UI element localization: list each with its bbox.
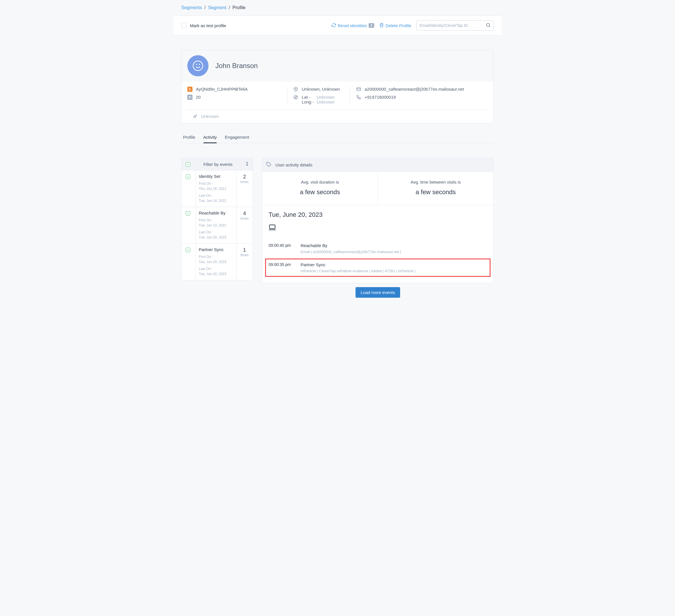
action-bar: Mark as test profile Reset identities 2 …	[173, 16, 502, 35]
refresh-icon	[331, 23, 336, 28]
event-row: ✓ Reachable By First On : Tue, Jun 14, 2…	[181, 207, 252, 244]
activity-header-title: User activity details	[276, 162, 312, 167]
activity-time: 09:00:35 pm	[269, 262, 295, 273]
profile-phone: +919716000019	[365, 95, 396, 99]
activity-item-title: Reachable By	[301, 243, 487, 248]
stat-avg-visit: Avg. visit duration is a few seconds	[262, 172, 378, 205]
svg-point-3	[196, 64, 197, 65]
profile-cid: AyQhid9o_CJHHPPtBTeliA	[196, 87, 248, 91]
breadcrumb-segments[interactable]: Segments	[181, 5, 202, 10]
svg-line-1	[489, 26, 490, 27]
trash-icon	[379, 23, 384, 28]
event-row: ✓ Identity Set First On : Thu, Oct 28, 2…	[181, 170, 252, 207]
breadcrumb-segment[interactable]: Segment	[208, 5, 226, 10]
mark-test-checkbox[interactable]	[181, 23, 186, 28]
event-checkbox[interactable]: ✓	[185, 174, 190, 179]
reset-count-badge: 2	[369, 23, 374, 28]
svg-point-6	[294, 95, 297, 99]
id-icon: ID	[188, 95, 193, 100]
profile-card: John Branson C AyQhid9o_CJHHPPtBTeliA ID…	[181, 50, 494, 123]
breadcrumb: Segments / Segment / Profile	[173, 0, 502, 16]
activity-panel: User activity details Avg. visit duratio…	[262, 158, 494, 283]
delete-profile-link[interactable]: Delete Profile	[379, 23, 411, 28]
event-name[interactable]: Partner Sync	[199, 247, 234, 252]
phone-icon	[356, 95, 361, 100]
email-icon	[356, 87, 361, 92]
activity-item-meta: Email | a20000000_cafteamsreact@j20b77ex…	[301, 250, 487, 254]
filter-panel: ✓ Filter by events ✓ Identity Set First …	[181, 158, 253, 280]
breadcrumb-current: Profile	[232, 5, 245, 10]
svg-marker-7	[295, 96, 297, 98]
tab-engagement[interactable]: Engagement	[225, 135, 249, 143]
search-icon[interactable]	[486, 23, 491, 28]
profile-lat: Unknown	[317, 95, 334, 99]
activity-time: 09:00:40 pm	[269, 243, 295, 254]
profile-long: Unknown	[317, 99, 334, 104]
activity-item[interactable]: 09:00:40 pm Reachable By Email | a200000…	[269, 240, 487, 257]
event-name[interactable]: Reachable By	[199, 211, 234, 215]
profile-location: Unknown, Unknown	[302, 87, 340, 91]
search-box[interactable]	[417, 20, 494, 30]
tab-activity[interactable]: Activity	[203, 135, 217, 143]
svg-point-5	[295, 88, 296, 89]
svg-point-2	[193, 61, 203, 70]
search-input[interactable]	[420, 23, 486, 28]
event-checkbox[interactable]: ✓	[185, 211, 190, 216]
load-more-button[interactable]: Load more events	[356, 287, 400, 298]
svg-point-0	[486, 23, 490, 26]
ticket-icon	[266, 162, 272, 168]
activity-date: Tue, June 20, 2023	[269, 211, 487, 219]
filter-all-checkbox[interactable]: ✓	[185, 162, 190, 167]
activity-item-highlighted[interactable]: 09:00:35 pm Partner Sync mParticle | Cle…	[265, 258, 491, 277]
profile-id: 20	[196, 95, 201, 99]
filter-title: Filter by events	[194, 162, 242, 167]
activity-item-meta: mParticle | CleverTap-mPaticle-Audience …	[301, 269, 487, 273]
location-icon	[293, 87, 298, 92]
reset-identities-link[interactable]: Reset identities 2	[331, 23, 374, 28]
profile-name: John Branson	[215, 62, 258, 70]
svg-rect-13	[270, 225, 275, 229]
avatar	[188, 55, 209, 76]
event-checkbox[interactable]: ✓	[185, 248, 190, 252]
profile-email: a20000000_cafteamsreact@j20b77ex.mailosa…	[365, 87, 464, 91]
event-row: ✓ Partner Sync First On : Tue, Jun 20, 2…	[181, 244, 252, 280]
tab-profile[interactable]: Profile	[183, 135, 195, 143]
svg-point-4	[199, 64, 200, 65]
mark-test-label: Mark as test profile	[190, 23, 226, 28]
laptop-icon	[269, 224, 487, 233]
activity-item-title: Partner Sync	[301, 262, 487, 267]
sort-icon[interactable]	[246, 162, 248, 167]
stat-avg-between: Avg. time between visits is a few second…	[378, 172, 494, 205]
clevertap-icon: C	[188, 87, 193, 92]
tabs: Profile Activity Engagement	[181, 135, 494, 143]
gender-icon	[193, 114, 198, 119]
event-name[interactable]: Identity Set	[199, 174, 234, 179]
svg-point-8	[194, 116, 196, 118]
compass-icon	[293, 95, 298, 100]
profile-gender: Unknown	[201, 114, 219, 119]
